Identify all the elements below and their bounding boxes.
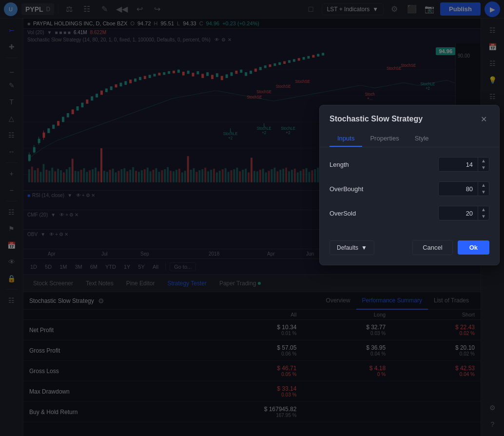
length-increment[interactable]: ▲ [478, 158, 489, 164]
overbought-input-container: ▲ ▼ [438, 181, 489, 196]
defaults-button[interactable]: Defaults ▼ [330, 240, 374, 255]
overbought-decrement[interactable]: ▼ [478, 189, 489, 196]
modal-tab-inputs[interactable]: Inputs [330, 131, 362, 147]
modal-overlay[interactable]: Stochastic Slow Strategy ✕ Inputs Proper… [0, 0, 504, 436]
cancel-button[interactable]: Cancel [412, 240, 452, 255]
modal-tab-properties[interactable]: Properties [362, 131, 407, 147]
overbought-field: OverBought ▲ ▼ [330, 181, 489, 196]
oversold-increment[interactable]: ▲ [478, 206, 489, 213]
length-stepper: ▲ ▼ [478, 158, 489, 171]
oversold-input-container: ▲ ▼ [438, 206, 489, 220]
defaults-label: Defaults [337, 244, 358, 251]
oversold-decrement[interactable]: ▼ [478, 213, 489, 220]
oversold-stepper: ▲ ▼ [478, 206, 489, 220]
modal-footer: Defaults ▼ Cancel Ok [320, 240, 499, 265]
length-decrement[interactable]: ▼ [478, 164, 489, 171]
overbought-label: OverBought [330, 185, 438, 193]
chevron-down-icon: ▼ [361, 244, 367, 251]
modal-tabs: Inputs Properties Style [320, 125, 499, 147]
length-field: Length ▲ ▼ [330, 157, 489, 172]
length-label: Length [330, 161, 438, 168]
oversold-field: OverSold ▲ ▼ [330, 206, 489, 220]
modal-tab-style[interactable]: Style [407, 131, 437, 147]
oversold-label: OverSold [330, 210, 438, 217]
overbought-input[interactable] [439, 182, 478, 196]
length-input[interactable] [439, 158, 478, 171]
oversold-input[interactable] [439, 207, 478, 220]
modal-title: Stochastic Slow Strategy [330, 115, 478, 123]
modal-dialog: Stochastic Slow Strategy ✕ Inputs Proper… [319, 105, 500, 265]
length-input-container: ▲ ▼ [438, 157, 489, 172]
overbought-increment[interactable]: ▲ [478, 182, 489, 189]
modal-body: Length ▲ ▼ OverBought ▲ ▼ [320, 147, 499, 240]
modal-header: Stochastic Slow Strategy ✕ [320, 105, 499, 125]
overbought-stepper: ▲ ▼ [478, 182, 489, 196]
ok-button[interactable]: Ok [458, 240, 489, 255]
modal-close-button[interactable]: ✕ [478, 113, 489, 125]
